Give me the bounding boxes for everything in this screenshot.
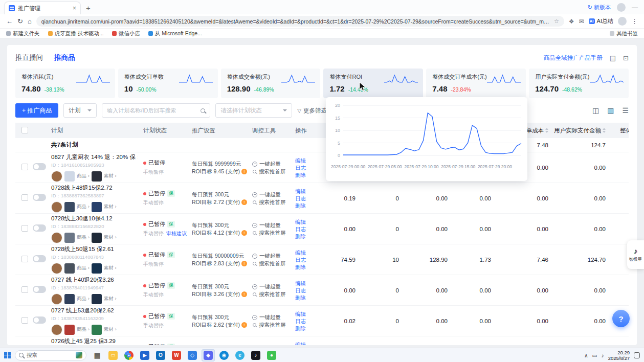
manual-link[interactable]: 商品全域推广产品手册 (544, 54, 603, 62)
row-checkbox[interactable] (21, 225, 28, 232)
log-link[interactable]: 日志 (295, 225, 316, 233)
material-link[interactable]: 素材 › (104, 203, 117, 210)
search-top-screen[interactable]: 搜索抢首屏 (252, 230, 290, 237)
product-link[interactable]: 商品 › (77, 265, 90, 272)
search-top-screen[interactable]: 搜索抢首屏 (252, 291, 290, 298)
tab-close-icon[interactable]: × (73, 5, 76, 12)
row-toggle[interactable] (33, 194, 46, 201)
one-click-boost[interactable]: 一键起量 (252, 253, 290, 260)
tab-products[interactable]: 推商品 (54, 53, 75, 62)
plan-search-input[interactable] (107, 107, 197, 114)
home-button[interactable]: ⌂ (28, 17, 32, 25)
edit-link[interactable]: 编辑 (295, 188, 316, 195)
edge-browser-icon[interactable]: e (233, 349, 247, 361)
browser-avatar[interactable] (617, 3, 626, 12)
log-link[interactable]: 日志 (295, 318, 316, 325)
chat-app-icon[interactable]: ◆ (202, 349, 215, 361)
tiktok-icon[interactable]: ♪ (249, 349, 262, 361)
bookmark-item[interactable]: 虎牙直播-技术驱动... (48, 30, 104, 37)
reload-button[interactable]: ↻ (17, 17, 23, 25)
layout-settings-icon[interactable]: ▤ (610, 54, 616, 62)
row-toggle[interactable] (33, 286, 46, 293)
fullscreen-icon[interactable]: ⊡ (623, 54, 629, 62)
search-top-screen[interactable]: 搜索抢首屏 (252, 199, 290, 206)
row-checkbox[interactable] (21, 317, 28, 324)
material-link[interactable]: 素材 › (104, 265, 117, 272)
stat-card[interactable]: 整体成交金额(元)128.90-46.89% (221, 69, 321, 98)
plan-status-select[interactable]: 请选择计划状态 (215, 103, 292, 118)
stat-card[interactable]: 用户实际支付金额(元)124.70-48.62% (529, 69, 629, 98)
one-click-boost[interactable]: 一键起量 (252, 314, 290, 321)
clock[interactable]: 20:29 2025/8/27 (608, 350, 630, 361)
compass-browser-icon[interactable]: ◉ (217, 349, 231, 361)
tray-expand-icon[interactable]: ∧ (584, 352, 588, 358)
one-click-boost[interactable]: 一键起量 (252, 283, 290, 290)
tray-display-icon[interactable]: ▭ (592, 352, 597, 358)
one-click-boost[interactable]: 一键起量 (252, 161, 290, 168)
task-view-button[interactable]: ▦ (91, 349, 104, 361)
more-filter-button[interactable]: ▽更多筛选 (297, 107, 327, 115)
account-switch-icon[interactable]: ◫ (592, 106, 599, 115)
smart-assistant-widget[interactable]: ♪ 智投星 (627, 240, 644, 269)
material-link[interactable]: 素材 › (104, 173, 117, 179)
ai-summary-button[interactable]: AIAI总结 (589, 17, 613, 25)
minimize-button[interactable]: — (632, 4, 638, 11)
product-link[interactable]: 商品 › (77, 234, 90, 241)
stat-card[interactable]: 整体消耗(元)74.80-38.13% (15, 69, 115, 98)
edit-link[interactable]: 编辑 (295, 249, 316, 256)
row-checkbox[interactable] (21, 256, 28, 262)
help-button[interactable]: ? (612, 310, 630, 327)
plan-title[interactable]: 0727 线上40退20保3.26 (51, 276, 138, 284)
product-link[interactable]: 商品 › (77, 203, 90, 210)
search-icon[interactable] (201, 108, 205, 113)
row-toggle[interactable] (33, 316, 46, 324)
stat-card[interactable]: 整体成交订单成本(元)7.48-23.84% (426, 69, 526, 98)
edit-link[interactable]: 编辑 (295, 310, 316, 318)
log-link[interactable]: 日志 (295, 164, 316, 171)
start-button[interactable] (4, 352, 11, 358)
app-blue-icon[interactable]: ▶ (138, 349, 151, 361)
other-bookmarks[interactable]: 其他书签 (610, 30, 638, 37)
search-top-screen[interactable]: 搜索抢首屏 (252, 322, 290, 329)
log-link[interactable]: 日志 (295, 256, 316, 263)
stat-card[interactable]: 整体支付ROI1.72-14.43% (323, 69, 423, 98)
log-link[interactable]: 日志 (295, 195, 316, 202)
log-link[interactable]: 日志 (295, 287, 316, 294)
browser-tab[interactable]: 推广管理 × (4, 2, 81, 14)
profile-avatar[interactable] (618, 17, 627, 26)
wps-writer-icon[interactable]: W (170, 349, 183, 361)
material-link[interactable]: 素材 › (104, 234, 117, 241)
chrome-browser-icon[interactable] (122, 349, 136, 361)
one-click-boost[interactable]: 一键起量 (252, 191, 290, 198)
product-link[interactable]: 商品 › (77, 173, 90, 179)
product-link[interactable]: 商品 › (77, 326, 90, 333)
delete-link[interactable]: 删除 (295, 294, 316, 301)
one-click-boost[interactable]: 一键起量 (252, 345, 290, 346)
material-link[interactable]: 素材 › (104, 326, 117, 333)
extensions-icon[interactable]: ❖ (569, 18, 574, 25)
review-suggestion-link[interactable]: 审核建议 (166, 230, 187, 237)
delete-link[interactable]: 删除 (295, 171, 316, 178)
plan-title[interactable]: 0728线上30退10保4.12 (51, 215, 138, 222)
row-toggle[interactable] (33, 224, 46, 232)
url-bar[interactable]: qianchuan.jinritemai.com/uni-prom?aavid=… (36, 16, 564, 27)
plan-title[interactable]: 0827 儿童厨衣 14% 退：20% 保：9.92 (51, 153, 138, 161)
taskbar-search[interactable]: 搜索 (15, 350, 86, 360)
sort-icon[interactable] (603, 128, 606, 133)
row-checkbox[interactable] (21, 194, 28, 201)
new-tab-button[interactable]: + (86, 4, 91, 12)
plan-title[interactable]: 0728线上48退15保2.72 (51, 184, 138, 192)
messages-icon[interactable]: ✉ (579, 18, 584, 25)
search-top-screen[interactable]: 搜索抢首屏 (252, 168, 290, 175)
notification-icon[interactable] (634, 352, 640, 358)
stat-card[interactable]: 整体成交订单数10-50.00% (118, 69, 218, 98)
plan-title[interactable]: 0726线上45 退25 保3.29 (51, 337, 138, 345)
bookmark-item[interactable]: 微信小店 (112, 30, 140, 37)
select-all-checkbox[interactable] (21, 127, 28, 133)
edit-link[interactable]: 编辑 (295, 280, 316, 287)
wechat-icon[interactable]: ● (265, 349, 278, 361)
search-top-screen[interactable]: 搜索抢首屏 (252, 260, 290, 267)
plan-title[interactable]: 0727 线上53退20保2.62 (51, 307, 138, 314)
new-version-button[interactable]: ↻新版本 (588, 4, 611, 11)
row-checkbox[interactable] (21, 164, 28, 170)
